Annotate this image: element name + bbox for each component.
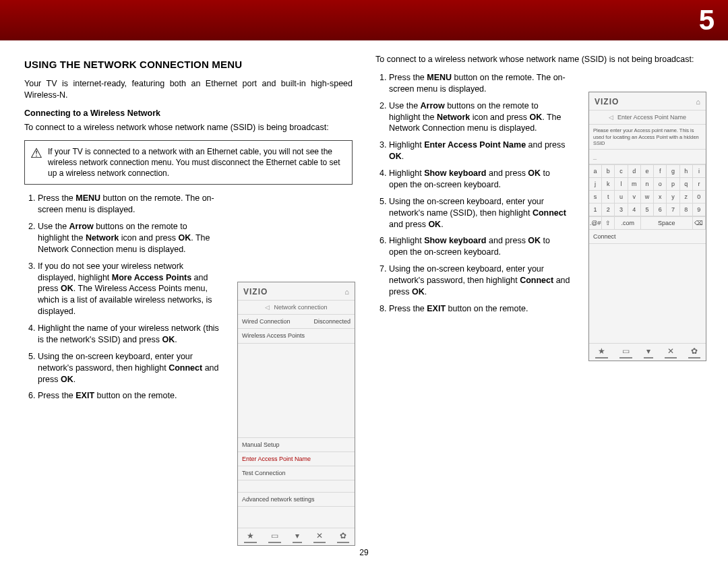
footer-icon: ▾ [644,346,653,358]
menu-row: Advanced network settings [238,493,355,507]
kbd-shift-icon: ⇧ [602,217,615,230]
brand-logo: VIZIO [243,286,268,297]
intro-paragraph-2: To connect to a wireless network whose n… [375,54,704,65]
menu-row: Wireless Access Points [238,329,355,343]
chapter-banner: 5 [0,0,728,40]
kbd-key: o [654,178,667,191]
kbd-key: f [654,165,667,178]
step-item: Using the on-screen keyboard, enter your… [38,351,220,385]
figure-footer: ★ ▭ ▾ ✕ ✿ [238,528,355,545]
kbd-key: d [628,165,641,178]
kbd-key: g [667,165,679,178]
kbd-key: t [602,191,615,204]
step-item: Highlight Show keyboard and press OK to … [389,235,571,258]
step-item: Highlight the name of your wireless netw… [38,323,220,346]
step-item: Highlight Enter Access Point Name and pr… [389,139,571,162]
kbd-key: z [680,191,693,204]
kbd-key: r [693,178,706,191]
subsection-intro: To connect to a wireless network whose n… [24,122,353,133]
kbd-key: v [628,191,641,204]
kbd-space: Space [641,217,693,230]
warning-icon: ⚠ [30,146,42,179]
footer-icon: ▾ [293,530,302,543]
menu-row: Wired Connection Disconnected [238,315,355,329]
figure-note: Please enter your Access point name. Thi… [589,125,706,150]
figure-title-row: ◁ Network connection [238,301,355,315]
page-number: 29 [0,547,728,558]
column-left: USING THE NETWORK CONNECTION MENU Your T… [24,54,353,407]
kbd-key: .@# [589,217,602,230]
kbd-key: m [628,178,641,191]
warning-text: If your TV is connected to a network wit… [48,146,345,179]
step-item: If you do not see your wireless network … [38,261,220,317]
kbd-key: x [654,191,667,204]
warning-box: ⚠ If your TV is connected to a network w… [24,140,353,185]
step-item: Highlight Show keyboard and press OK to … [389,168,571,191]
kbd-key: u [615,191,628,204]
menu-row: Test Connection [238,466,355,480]
kbd-key: y [667,191,679,204]
back-icon: ◁ [609,113,613,121]
step-item: Press the MENU button on the remote. The… [38,193,220,216]
kbd-key: c [615,165,628,178]
footer-icon: ✕ [665,346,677,358]
kbd-key: 3 [615,204,628,216]
chapter-number: 5 [699,1,715,40]
kbd-key: 9 [693,204,706,216]
kbd-key: a [589,165,602,178]
footer-icon: ▭ [268,530,281,543]
kbd-key: 4 [628,204,641,216]
back-icon: ◁ [265,303,270,311]
steps-list-1: Press the MENU button on the remote. The… [24,193,220,385]
brand-logo: VIZIO [595,96,619,107]
figure-network-menu: VIZIO ⌂ ◁ Network connection Wired Conne… [237,282,355,546]
step-item: Using the on-screen keyboard, enter your… [389,263,571,298]
input-row: _ [589,150,706,164]
step-item: Use the Arrow buttons on the remote to h… [389,100,571,135]
kbd-key: 5 [641,204,654,216]
figure-footer: ★ ▭ ▾ ✕ ✿ [589,343,706,361]
intro-paragraph: Your TV is internet-ready, featuring bot… [24,78,353,101]
menu-row: Manual Setup [238,438,355,452]
kbd-key: 1 [589,204,602,216]
kbd-key: j [589,178,602,191]
footer-icon: ★ [244,530,257,543]
section-title: USING THE NETWORK CONNECTION MENU [24,58,353,71]
kbd-key: p [667,178,679,191]
figure-access-point: VIZIO ⌂ ◁ Enter Access Point Name Please… [588,92,706,361]
kbd-key: 6 [654,204,667,216]
kbd-key: 0 [693,191,706,204]
footer-icon: ✿ [688,346,700,358]
kbd-key: b [602,165,615,178]
home-icon: ⌂ [344,287,349,297]
kbd-key: q [680,178,693,191]
step-item: Press the MENU button on the remote. The… [389,72,571,95]
figure-header: VIZIO ⌂ [238,282,355,301]
menu-row: Enter Access Point Name [238,452,355,466]
keyboard-bottom-row: .@# ⇧ .com Space ⌫ [589,216,706,230]
kbd-key: n [641,178,654,191]
step-item: Use the Arrow buttons on the remote to h… [38,221,220,255]
figure-title: Enter Access Point Name [617,113,686,121]
kbd-key: k [602,178,615,191]
kbd-key: .com [615,217,640,230]
kbd-key: 8 [680,204,693,216]
kbd-key: l [615,178,628,191]
home-icon: ⌂ [696,97,700,107]
spacer [238,480,355,493]
figure-title: Network connection [274,303,327,311]
step-item: Press the EXIT button on the remote. [389,303,571,315]
kbd-key: 2 [602,204,615,216]
onscreen-keyboard: abcdefghijklmnopqrstuvwxyz0123456789 [589,164,706,217]
footer-icon: ✕ [313,530,326,543]
figure-header: VIZIO ⌂ [589,92,706,111]
connect-row: Connect [589,230,706,244]
footer-icon: ✿ [337,530,349,543]
subsection-title: Connecting to a Wireless Network [24,108,353,119]
kbd-key: i [693,165,706,178]
page-content: USING THE NETWORK CONNECTION MENU Your T… [0,40,728,407]
footer-icon: ★ [595,346,608,358]
kbd-key: h [680,165,693,178]
kbd-key: 7 [667,204,679,216]
kbd-key: w [641,191,654,204]
